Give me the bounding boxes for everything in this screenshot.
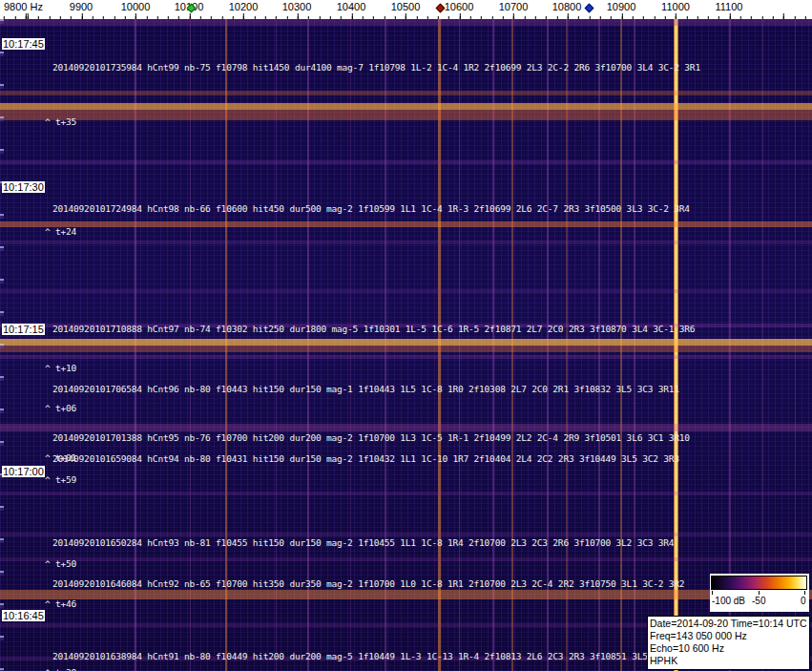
colorbar-label-mid: -50 xyxy=(752,596,765,606)
time-offset-marker: ^ t+46 xyxy=(45,598,76,609)
time-offset-marker: ^ t+24 xyxy=(45,226,76,237)
freq-axis-label: 10400 xyxy=(337,1,366,12)
colorbar-tick xyxy=(759,591,760,595)
event-annotation: 20140920101646084 hCnt92 nb-65 f10700 hi… xyxy=(52,578,684,589)
event-annotation: 20140920101706584 hCnt96 nb-80 f10443 hi… xyxy=(52,384,679,394)
spectrogram-waterfall: 10:17:45 10:17:30 10:17:15 10:17:00 10:1… xyxy=(0,19,812,671)
time-offset-marker: ^ t+59 xyxy=(45,474,76,485)
info-echo-line: Echo=10 600 Hz xyxy=(650,642,807,655)
time-offset-marker: ^ t+06 xyxy=(45,403,76,413)
time-offset-marker: ^ t+50 xyxy=(45,558,76,569)
frequency-axis: 9800 Hz 9900 10000 10100 10200 10300 104… xyxy=(0,0,812,19)
freq-axis-label: 10700 xyxy=(499,1,529,12)
freq-axis-label: 10000 xyxy=(121,1,151,12)
time-label: 10:17:30 xyxy=(2,181,45,193)
time-label: 10:17:00 xyxy=(2,466,45,477)
freq-axis-label: 9800 Hz xyxy=(4,1,43,12)
colorbar-label-min: -100 dB xyxy=(712,596,745,606)
freq-axis-label: 10200 xyxy=(229,1,259,12)
event-annotation: 20140920101735984 hCnt99 nb-75 f10798 hi… xyxy=(52,62,700,73)
time-label: 10:17:15 xyxy=(2,324,45,335)
colorbar-gradient xyxy=(711,576,807,590)
status-info-box: Date=2014-09-20 Time=10:14 UTC Freq=143 … xyxy=(647,616,810,670)
freq-axis-label: 10800 xyxy=(552,1,582,12)
freq-axis-label: 11100 xyxy=(716,1,743,12)
blue-diamond-marker-icon[interactable] xyxy=(585,4,594,13)
colorbar-tick xyxy=(804,591,805,595)
time-offset-marker: ^ t+35 xyxy=(45,116,76,127)
event-annotation: 20140920101724984 hCnt98 nb-66 f10600 hi… xyxy=(52,203,690,214)
event-annotation: 20140920101650284 hCnt93 nb-81 f10455 hi… xyxy=(52,537,674,548)
time-offset-marker: ^ t+38 xyxy=(45,667,76,671)
time-label: 10:16:45 xyxy=(2,610,45,621)
spectrogram-app-window: 9800 Hz 9900 10000 10100 10200 10300 104… xyxy=(0,0,812,671)
colorbar-tick xyxy=(712,591,713,595)
time-offset-marker: ^ t+10 xyxy=(45,363,76,373)
event-annotation: 20140920101710888 hCnt97 nb-74 f10302 hi… xyxy=(52,324,695,334)
freq-axis-label: 10900 xyxy=(607,1,636,12)
freq-axis-label: 10600 xyxy=(445,1,474,12)
info-date-line: Date=2014-09-20 Time=10:14 UTC xyxy=(650,618,807,630)
freq-axis-label: 10500 xyxy=(391,1,421,12)
event-annotation: 20140920101701388 hCnt95 nb-76 f10700 hi… xyxy=(52,432,690,443)
event-annotation: 20140920101659084 hCnt94 nb-80 f10431 hi… xyxy=(52,453,679,464)
colorbar-legend: -100 dB -50 0 xyxy=(710,574,809,612)
left-edge-signal-artifacts xyxy=(0,19,4,671)
colorbar-label-max: 0 xyxy=(801,596,806,606)
info-freq-line: Freq=143 050 000 Hz xyxy=(650,630,807,642)
time-label: 10:17:45 xyxy=(2,38,45,50)
event-annotation: 20140920101638984 hCnt91 nb-80 f10449 hi… xyxy=(52,651,663,661)
freq-axis-label: 11000 xyxy=(661,1,690,12)
info-station-line: HPHK xyxy=(650,655,807,667)
freq-axis-label: 10300 xyxy=(282,1,312,12)
freq-axis-label: 9900 xyxy=(70,1,93,12)
